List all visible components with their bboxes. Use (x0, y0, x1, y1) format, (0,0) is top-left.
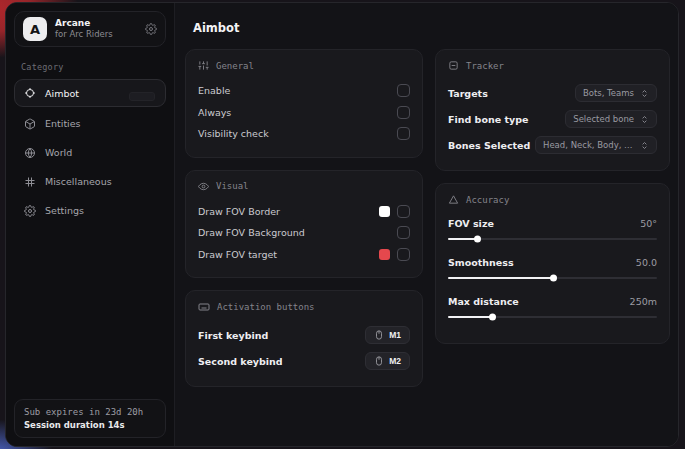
gear-icon (24, 205, 36, 217)
visual-card: Visual Draw FOV Border Draw FOV Backgrou… (185, 170, 423, 279)
slider-thumb[interactable] (489, 314, 496, 321)
visibility-check-checkbox[interactable] (397, 127, 410, 140)
draw-fov-target-checkbox[interactable] (397, 248, 410, 261)
setting-label: FOV size (448, 218, 494, 229)
sidebar-item-label: Aimbot (45, 88, 79, 99)
slider-value: 50° (640, 218, 657, 229)
slider-fill (448, 238, 477, 240)
setting-row-always: Always (198, 102, 410, 124)
app-name: Arcane (55, 18, 113, 30)
sidebar: A Arcane for Arc Riders Category Aimbot (6, 3, 175, 446)
globe-icon (24, 147, 36, 159)
slider-value: 50.0 (636, 257, 657, 268)
fov-size-setting: FOV size 50° (448, 214, 657, 240)
setting-row-second-keybind: Second keybind M2 (198, 348, 410, 374)
chevrons-up-down-icon (640, 115, 649, 124)
setting-row-targets: Targets Bots, Teams (448, 80, 657, 106)
setting-row-visibility-check: Visibility check (198, 123, 410, 145)
sidebar-item-label: Miscellaneous (45, 176, 112, 187)
crosshair-icon (24, 87, 36, 99)
category-label: Category (21, 62, 160, 72)
hotkey-hint-pill (129, 92, 155, 101)
slider-fill (448, 277, 553, 279)
second-keybind-button[interactable]: M2 (365, 352, 410, 370)
slider-thumb[interactable] (550, 275, 557, 282)
first-keybind-button[interactable]: M1 (365, 326, 410, 344)
slider-value: 250m (630, 296, 657, 307)
gear-icon[interactable] (145, 23, 157, 35)
sidebar-item-aimbot[interactable]: Aimbot (14, 79, 166, 107)
sub-expiry-text: Sub expires in 23d 20h (24, 407, 156, 417)
main-panel: Aimbot General Enable (175, 3, 678, 446)
setting-row-draw-fov-target: Draw FOV target (198, 244, 410, 266)
sidebar-item-label: Settings (45, 205, 84, 216)
sidebar-item-label: World (45, 147, 72, 158)
sidebar-item-settings[interactable]: Settings (14, 197, 166, 224)
selected-value: Head, Neck, Body, Pe... (543, 140, 634, 150)
fov-size-slider[interactable] (448, 238, 657, 240)
smoothness-slider[interactable] (448, 277, 657, 279)
setting-label: Smoothness (448, 257, 514, 268)
scan-icon (448, 60, 459, 71)
general-card: General Enable Always Visibility check (185, 49, 423, 158)
app-title-block: Arcane for Arc Riders (55, 18, 113, 41)
card-title: General (216, 61, 254, 71)
max-distance-setting: Max distance 250m (448, 292, 657, 318)
activation-buttons-card: Activation buttons First keybind M1 (185, 290, 423, 387)
tracker-card-header: Tracker (448, 60, 657, 71)
mouse-icon (374, 356, 384, 366)
setting-label: Second keybind (198, 356, 283, 367)
fov-target-color-swatch[interactable] (379, 249, 390, 260)
sidebar-item-label: Entities (45, 118, 81, 129)
visual-card-header: Visual (198, 181, 410, 192)
slider-thumb[interactable] (474, 236, 481, 243)
setting-label: Max distance (448, 296, 519, 307)
smoothness-setting: Smoothness 50.0 (448, 253, 657, 279)
setting-row-first-keybind: First keybind M1 (198, 322, 410, 348)
app-subtitle: for Arc Riders (55, 29, 113, 40)
targets-select[interactable]: Bots, Teams (575, 84, 657, 102)
sliders-icon (198, 60, 209, 71)
setting-row-draw-fov-background: Draw FOV Background (198, 222, 410, 244)
card-title: Activation buttons (217, 302, 315, 312)
accuracy-card-header: Accuracy (448, 194, 657, 205)
sidebar-item-miscellaneous[interactable]: Miscellaneous (14, 168, 166, 195)
setting-label: Always (198, 107, 231, 118)
session-duration-text: Session duration 14s (24, 420, 156, 430)
fov-border-color-swatch[interactable] (379, 206, 390, 217)
draw-fov-background-checkbox[interactable] (397, 226, 410, 239)
grid-icon (24, 176, 36, 188)
card-title: Accuracy (466, 195, 509, 205)
setting-label: Bones Selected (448, 140, 530, 151)
max-distance-slider[interactable] (448, 316, 657, 318)
sidebar-item-world[interactable]: World (14, 139, 166, 166)
setting-label: Find bone type (448, 114, 528, 125)
draw-fov-border-checkbox[interactable] (397, 205, 410, 218)
keybind-value: M2 (389, 356, 401, 366)
selected-value: Bots, Teams (583, 88, 634, 98)
setting-label: First keybind (198, 330, 268, 341)
setting-label: Draw FOV Background (198, 227, 305, 238)
triangle-icon (448, 194, 459, 205)
activation-card-header: Activation buttons (198, 301, 410, 313)
selected-value: Selected bone (573, 114, 634, 124)
subscription-card: Sub expires in 23d 20h Session duration … (14, 399, 166, 438)
keybind-value: M1 (389, 330, 401, 340)
page-title: Aimbot (193, 21, 669, 35)
chevrons-up-down-icon (640, 89, 649, 98)
setting-row-draw-fov-border: Draw FOV Border (198, 201, 410, 223)
accuracy-card: Accuracy FOV size 50° (435, 183, 670, 344)
setting-label: Enable (198, 85, 230, 96)
sidebar-item-entities[interactable]: Entities (14, 110, 166, 137)
setting-label: Targets (448, 88, 488, 99)
setting-row-bones-selected: Bones Selected Head, Neck, Body, Pe... (448, 132, 657, 158)
bones-selected-select[interactable]: Head, Neck, Body, Pe... (535, 136, 657, 154)
mouse-icon (374, 330, 384, 340)
tracker-card: Tracker Targets Bots, Teams (435, 49, 670, 171)
general-card-header: General (198, 60, 410, 71)
card-title: Tracker (466, 61, 504, 71)
keyboard-icon (198, 301, 210, 313)
enable-checkbox[interactable] (397, 84, 410, 97)
find-bone-type-select[interactable]: Selected bone (565, 110, 657, 128)
always-checkbox[interactable] (397, 106, 410, 119)
